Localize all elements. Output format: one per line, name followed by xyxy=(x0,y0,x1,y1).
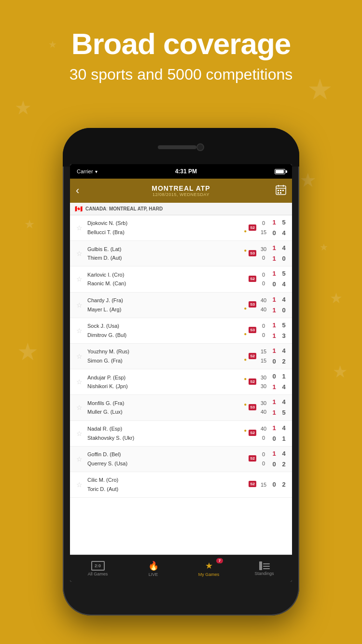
favorite-button[interactable]: ☆ xyxy=(74,294,84,316)
back-button[interactable]: ‹ xyxy=(76,184,79,197)
favorite-button[interactable]: ☆ xyxy=(74,346,84,367)
player1-name: Goffin D. (Bel) xyxy=(87,450,241,459)
favorite-button[interactable]: ☆ xyxy=(74,423,84,444)
svg-rect-11 xyxy=(263,566,270,567)
match-meta: ● ● S3 xyxy=(244,299,256,311)
main-score-col: 0 1 xyxy=(270,371,278,392)
score1-main: 1 xyxy=(272,243,276,253)
page-title: Broad coverage xyxy=(0,27,362,61)
current-score-col: 15 15 xyxy=(259,347,268,365)
score2-set: 4 xyxy=(282,228,285,238)
score2-main: 1 xyxy=(272,253,276,264)
match-players: Sock J. (Usa) Dimitrov G. (Bul) xyxy=(84,322,244,339)
ball-indicator-2: ● xyxy=(244,306,247,311)
set-score-col: 4 0 xyxy=(279,294,288,316)
ball-indicator-1: ● xyxy=(244,325,247,330)
tab-live[interactable]: 🔥 LIVE xyxy=(125,555,181,582)
tab-all-games-label: All Games xyxy=(88,572,108,576)
match-players: Chardy J. (Fra) Mayer L. (Arg) xyxy=(84,296,244,314)
match-players: Djokovic N. (Srb) Bellucci T. (Bra) xyxy=(84,219,244,237)
current-score-col: 30 0 xyxy=(259,245,268,263)
match-row[interactable]: ☆ Djokovic N. (Srb) Bellucci T. (Bra) ● … xyxy=(70,215,292,241)
tab-my-games[interactable]: ★ 7 My Games xyxy=(181,555,237,582)
match-list[interactable]: ☆ Djokovic N. (Srb) Bellucci T. (Bra) ● … xyxy=(70,215,292,543)
player2-name: Thiem D. (Aut) xyxy=(87,253,241,263)
set-score-col: 2 xyxy=(279,479,288,490)
tab-all-games[interactable]: 2:0 All Games xyxy=(70,555,125,582)
player1-name: Monfils G. (Fra) xyxy=(87,399,241,408)
match-row[interactable]: ☆ Andujar P. (Esp) Nishikori K. (Jpn) ● … xyxy=(70,369,292,395)
favorite-button[interactable]: ☆ xyxy=(74,243,84,264)
country-flag: 🇨🇦 xyxy=(75,205,83,212)
fire-icon: 🔥 xyxy=(148,560,159,571)
player2-name: Nishikori K. (Jpn) xyxy=(87,382,241,391)
current-score-col: 30 40 xyxy=(259,399,268,417)
standings-icon xyxy=(259,561,270,570)
favorite-button[interactable]: ☆ xyxy=(74,397,84,418)
svg-rect-10 xyxy=(263,563,270,564)
favorite-button[interactable]: ☆ xyxy=(74,448,84,470)
tab-standings[interactable]: Standings xyxy=(237,555,292,582)
tournament-date: 12/08/2015, WEDNESDAY xyxy=(152,192,210,197)
svg-rect-6 xyxy=(282,190,284,191)
score2-set: 5 xyxy=(282,407,285,418)
score2-set: 0 xyxy=(282,253,285,264)
player1-name: Chardy J. (Fra) xyxy=(87,296,241,305)
favorite-button[interactable]: ☆ xyxy=(74,268,84,290)
score2-current: 0 xyxy=(262,253,265,263)
score1-current: 0 xyxy=(262,322,265,331)
match-row[interactable]: ☆ Goffin D. (Bel) Querrey S. (Usa) ● ● S… xyxy=(70,447,292,472)
favorite-button[interactable]: ☆ xyxy=(74,371,84,392)
match-row[interactable]: ☆ Gulbis E. (Lat) Thiem D. (Aut) ● ● S3 … xyxy=(70,241,292,266)
score2-main: 0 xyxy=(272,228,276,238)
match-row[interactable]: ☆ Chardy J. (Fra) Mayer L. (Arg) ● ● S3 … xyxy=(70,293,292,318)
score1-set: 4 xyxy=(282,346,285,356)
match-meta: ● ● S2 xyxy=(244,222,256,234)
score1-set: 5 xyxy=(282,320,285,331)
score1-set: 5 xyxy=(282,268,285,279)
battery-icon xyxy=(275,169,285,174)
favorite-button[interactable]: ☆ xyxy=(74,474,84,495)
player2-name: Mayer L. (Arg) xyxy=(87,305,241,314)
score1-main: 0 xyxy=(272,371,276,382)
score2-main: 0 xyxy=(272,459,276,470)
my-games-badge: 7 xyxy=(216,558,223,563)
ball-indicator-1: ● xyxy=(244,299,247,305)
match-row[interactable]: ☆ Cilic M. (Cro) Toric D. (Aut) ● ● S2 1… xyxy=(70,472,292,498)
ball-indicator-1: ● xyxy=(244,273,247,279)
player1-name: Djokovic N. (Srb) xyxy=(87,219,241,228)
match-row[interactable]: ☆ Sock J. (Usa) Dimitrov G. (Bul) ● ● S3… xyxy=(70,318,292,344)
score1-main: 1 xyxy=(272,294,276,305)
score2-main: 0 xyxy=(272,434,276,444)
match-row[interactable]: ☆ Monfils G. (Fra) Muller G. (Lux) ● ● S… xyxy=(70,395,292,420)
match-row[interactable]: ☆ Youzhny M. (Rus) Simon G. (Fra) ● ● S2… xyxy=(70,344,292,369)
ball-indicator-2: ● xyxy=(244,408,247,413)
score1-current: 40 xyxy=(261,424,266,434)
match-meta: ● ● S3 xyxy=(244,248,256,259)
match-row[interactable]: ☆ Karlovic I. (Cro) Raonic M. (Can) ● ● … xyxy=(70,266,292,292)
score1-set: 1 xyxy=(282,371,285,382)
set-score-col: 4 5 xyxy=(279,397,288,418)
phone-screen: Carrier ▾ 4:31 PM ‹ MONTREAL ATP 12/08/2… xyxy=(70,164,292,582)
phone-speaker xyxy=(158,145,196,149)
score2-main: 1 xyxy=(272,331,276,341)
set-score-col: 4 0 xyxy=(279,243,288,264)
player1-name: Andujar P. (Esp) xyxy=(87,373,241,382)
player1-name: Youzhny M. (Rus) xyxy=(87,347,241,356)
favorite-button[interactable]: ☆ xyxy=(74,217,84,238)
main-score-col: 0 xyxy=(270,479,278,490)
star-icon: ☆ xyxy=(76,378,83,386)
calendar-button[interactable] xyxy=(276,184,286,197)
score2-set: 3 xyxy=(282,331,285,341)
score2-set: 0 xyxy=(282,305,285,316)
star-tab-icon: ★ xyxy=(205,560,213,571)
match-meta: ● ● S3 xyxy=(244,325,256,336)
match-row[interactable]: ☆ Nadal R. (Esp) Stakhovsky S. (Ukr) ● ●… xyxy=(70,421,292,447)
score2-set: 4 xyxy=(282,279,285,290)
score1-current: 0 xyxy=(262,450,265,459)
star-icon: ☆ xyxy=(76,430,83,437)
favorite-button[interactable]: ☆ xyxy=(74,320,84,341)
main-score-col: 1 1 xyxy=(270,294,278,316)
svg-rect-5 xyxy=(280,190,281,191)
score1-main: 1 xyxy=(272,448,276,459)
